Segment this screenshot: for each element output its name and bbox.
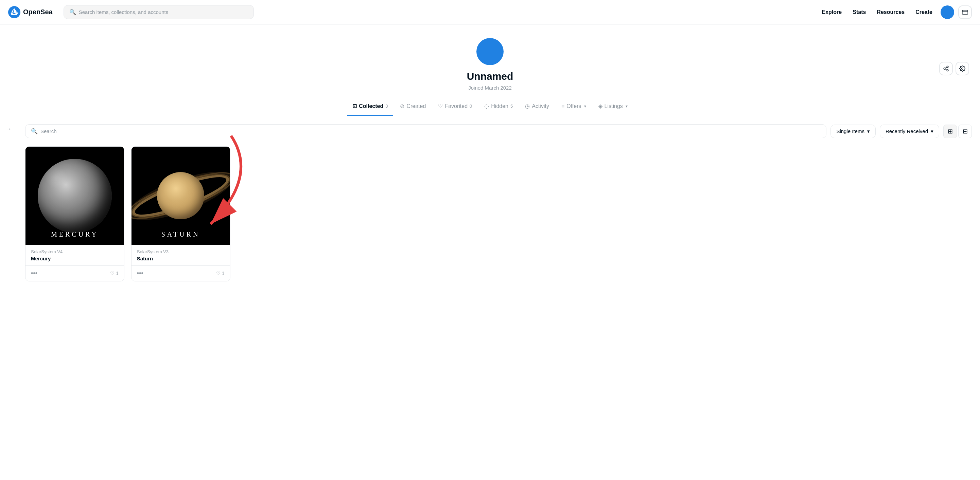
- nft-collection-mercury: SolarSystem V4: [31, 249, 119, 254]
- svg-rect-0: [963, 10, 968, 14]
- svg-point-4: [947, 70, 948, 71]
- navbar: OpenSea 🔍 Explore Stats Resources Create: [0, 0, 980, 24]
- navbar-search: 🔍: [64, 5, 254, 19]
- svg-line-5: [945, 69, 947, 70]
- single-items-label: Single Items: [836, 128, 864, 134]
- tab-listings[interactable]: ◈ Listings ▾: [593, 97, 633, 116]
- sidebar-toggle: →: [0, 116, 17, 290]
- tab-activity-label: Activity: [532, 103, 549, 109]
- content-area: 🔍 Single Items ▾ Recently Received ▾ ⊞ ⊟: [17, 116, 980, 290]
- nav-explore[interactable]: Explore: [822, 9, 842, 15]
- mercury-sphere-art: [38, 159, 111, 233]
- view-toggle: ⊞ ⊟: [943, 125, 972, 138]
- search-icon: 🔍: [69, 9, 76, 15]
- collected-icon: ⊡: [352, 103, 357, 109]
- nft-footer-saturn: ••• ♡ 1: [132, 265, 230, 281]
- nft-footer-mercury: ••• ♡ 1: [25, 265, 124, 281]
- offers-icon: ≡: [562, 103, 565, 109]
- nft-card-saturn[interactable]: SATURN SolarSystem V3 Saturn ••• ♡ 1: [131, 146, 231, 281]
- nft-info-mercury: SolarSystem V4 Mercury: [25, 245, 124, 265]
- tab-listings-label: Listings: [605, 103, 623, 109]
- svg-point-2: [947, 66, 948, 68]
- nft-name-saturn: Saturn: [137, 256, 224, 261]
- tab-hidden[interactable]: ◌ Hidden 5: [479, 97, 518, 116]
- svg-line-6: [945, 67, 947, 68]
- tab-hidden-count: 5: [511, 103, 513, 109]
- saturn-sphere-art: [157, 172, 204, 219]
- content-toolbar: 🔍 Single Items ▾ Recently Received ▾ ⊞ ⊟: [25, 124, 972, 138]
- nft-like-saturn[interactable]: ♡ 1: [216, 271, 224, 276]
- settings-button[interactable]: [956, 62, 969, 75]
- profile-name: Unnamed: [467, 71, 514, 82]
- opensea-logo-text: OpenSea: [23, 8, 52, 16]
- nft-likes-saturn: 1: [222, 271, 224, 276]
- heart-icon: ♡: [438, 103, 443, 109]
- saturn-label: SATURN: [161, 230, 200, 238]
- content-search-input[interactable]: [40, 128, 821, 134]
- nft-image-saturn: SATURN: [132, 147, 230, 245]
- nft-name-mercury: Mercury: [31, 256, 119, 261]
- user-avatar[interactable]: [940, 5, 954, 19]
- main-content: → 🔍 Single Items ▾ Recently Received ▾: [0, 116, 980, 290]
- tab-collected-count: 3: [385, 103, 388, 109]
- nft-collection-saturn: SolarSystem V3: [137, 249, 224, 254]
- svg-point-3: [943, 68, 945, 70]
- tab-offers[interactable]: ≡ Offers ▾: [556, 98, 592, 116]
- profile-avatar: [476, 38, 504, 65]
- tab-activity[interactable]: ◷ Activity: [520, 97, 555, 116]
- single-items-filter[interactable]: Single Items ▾: [830, 125, 876, 138]
- profile-section: Unnamed Joined March 2022 ⊡ Collected 3 …: [0, 24, 980, 116]
- content-search-icon: 🔍: [31, 128, 38, 135]
- tab-favorited[interactable]: ♡ Favorited 0: [433, 97, 477, 116]
- nft-likes-mercury: 1: [116, 271, 119, 276]
- recently-received-label: Recently Received: [886, 128, 928, 134]
- tab-favorited-count: 0: [469, 103, 472, 109]
- recently-received-chevron-icon: ▾: [931, 128, 934, 135]
- svg-point-7: [962, 68, 963, 70]
- main-nav: Explore Stats Resources Create: [822, 9, 932, 15]
- tabs-bar: ⊡ Collected 3 ⊘ Created ♡ Favorited 0 ◌ …: [339, 97, 641, 116]
- recently-received-filter[interactable]: Recently Received ▾: [880, 125, 939, 138]
- nft-like-mercury[interactable]: ♡ 1: [110, 271, 119, 276]
- created-icon: ⊘: [400, 103, 404, 109]
- activity-icon: ◷: [525, 103, 530, 109]
- wallet-button[interactable]: [958, 5, 972, 19]
- grid-view-button[interactable]: ⊞: [943, 125, 957, 138]
- hidden-icon: ◌: [484, 103, 489, 109]
- nft-more-button-mercury[interactable]: •••: [31, 270, 37, 277]
- search-input[interactable]: [79, 9, 248, 15]
- tab-created-label: Created: [406, 103, 426, 109]
- nft-more-button-saturn[interactable]: •••: [137, 270, 143, 277]
- nav-stats[interactable]: Stats: [853, 9, 866, 15]
- saturn-art-container: [142, 157, 220, 235]
- tab-created[interactable]: ⊘ Created: [395, 97, 431, 116]
- profile-joined: Joined March 2022: [468, 85, 512, 90]
- nft-card-mercury[interactable]: MERCURY SolarSystem V4 Mercury ••• ♡ 1: [25, 146, 124, 281]
- mercury-label: MERCURY: [51, 230, 99, 238]
- navbar-actions: [940, 5, 972, 19]
- nft-grid: MERCURY SolarSystem V4 Mercury ••• ♡ 1: [25, 146, 972, 281]
- sidebar-toggle-button[interactable]: →: [4, 124, 13, 134]
- share-button[interactable]: [939, 62, 953, 75]
- heart-icon-mercury: ♡: [110, 271, 115, 276]
- nav-create[interactable]: Create: [915, 9, 932, 15]
- heart-icon-saturn: ♡: [216, 271, 221, 276]
- nft-info-saturn: SolarSystem V3 Saturn: [132, 245, 230, 265]
- tab-offers-label: Offers: [566, 103, 581, 109]
- listings-chevron-icon: ▾: [625, 104, 628, 109]
- single-items-chevron-icon: ▾: [867, 128, 870, 135]
- nav-resources[interactable]: Resources: [877, 9, 905, 15]
- tab-favorited-label: Favorited: [445, 103, 468, 109]
- offers-chevron-icon: ▾: [584, 104, 586, 109]
- listings-icon: ◈: [598, 103, 603, 109]
- tab-collected-label: Collected: [359, 103, 383, 109]
- list-view-button[interactable]: ⊟: [958, 125, 972, 138]
- nft-image-mercury: MERCURY: [25, 147, 124, 245]
- opensea-logo[interactable]: OpenSea: [8, 6, 52, 18]
- tab-hidden-label: Hidden: [491, 103, 508, 109]
- content-search-wrapper: 🔍: [25, 124, 826, 138]
- tab-collected[interactable]: ⊡ Collected 3: [347, 97, 393, 116]
- profile-actions: [939, 62, 969, 75]
